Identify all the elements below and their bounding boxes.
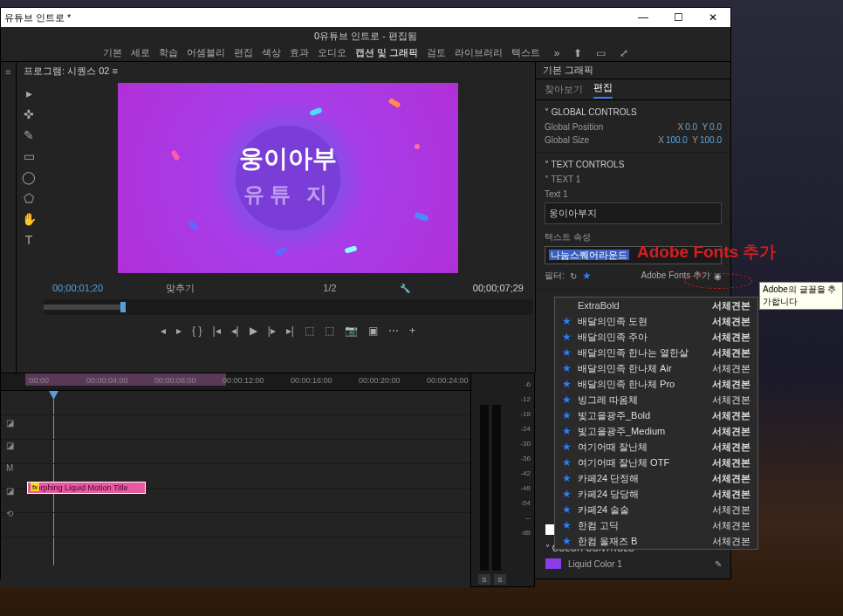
ws-effects[interactable]: 효과 — [290, 46, 309, 59]
favorite-star-icon[interactable]: ★ — [562, 456, 574, 469]
favorite-star-icon[interactable]: ★ — [562, 519, 574, 531]
go-in-icon[interactable]: |◂ — [212, 325, 220, 337]
track-lock-icon[interactable]: ◪ — [6, 441, 20, 451]
track-toggle-icon[interactable]: ◪ — [6, 418, 20, 428]
hand-tool-icon[interactable]: ✋ — [22, 212, 36, 226]
maximize-button[interactable]: ☐ — [661, 8, 696, 27]
selection-tool-icon[interactable]: ▸ — [22, 86, 36, 100]
font-list-item[interactable]: ★카페24 단정해서체견본 — [555, 470, 757, 486]
solo-icon[interactable]: ◪ — [6, 486, 20, 496]
timeline-clip[interactable]: Morphing Liquid Motion Title — [27, 482, 146, 494]
size-x[interactable]: 100.0 — [666, 135, 688, 145]
text1-input[interactable]: 웅이아부지 — [545, 202, 722, 224]
link-icon[interactable]: ⟲ — [6, 509, 20, 519]
font-list-item[interactable]: ★한컴 고딕서체견본 — [555, 517, 757, 533]
compare-icon[interactable]: ▣ — [368, 325, 378, 337]
scrub-bar[interactable] — [44, 299, 532, 315]
favorite-star-icon[interactable]: ★ — [562, 488, 574, 500]
favorite-star-icon[interactable]: ★ — [562, 362, 574, 374]
favorite-star-icon[interactable]: ★ — [562, 441, 574, 453]
export-frame-icon[interactable]: 📷 — [345, 325, 358, 337]
step-back-icon[interactable]: ◂| — [231, 325, 239, 337]
font-list-item[interactable]: ★카페24 당당해서체견본 — [555, 486, 757, 502]
ws-captions[interactable]: 캡션 및 그래픽 — [355, 46, 418, 59]
ws-audio[interactable]: 오디오 — [318, 46, 346, 59]
favorite-star-icon[interactable]: ★ — [562, 535, 574, 547]
minimize-button[interactable]: — — [626, 8, 661, 27]
font-list-item[interactable]: ★빛고을광주_Bold서체견본 — [555, 407, 757, 423]
resolution-dropdown[interactable]: 1/2 — [323, 283, 336, 293]
ws-text[interactable]: 텍스트 — [511, 46, 540, 59]
ws-vertical[interactable]: 세로 — [131, 46, 150, 59]
marker-icon[interactable]: { } — [192, 325, 202, 337]
pos-y[interactable]: 0.0 — [709, 122, 722, 132]
overflow-icon[interactable]: » — [554, 47, 560, 59]
font-dropdown-list[interactable]: ★ExtraBold서체견본★배달의민족 도현서체견본★배달의민족 주아서체견본… — [554, 297, 758, 550]
favorite-star-icon[interactable]: ★ — [562, 315, 574, 327]
favorite-star-icon[interactable]: ★ — [562, 346, 574, 359]
ws-assembly[interactable]: 어셈블리 — [187, 46, 225, 59]
timecode-out[interactable]: 00;00;07;29 — [473, 283, 524, 293]
step-fwd-icon[interactable]: |▸ — [268, 325, 276, 337]
solo-right-button[interactable]: S — [494, 574, 506, 585]
quickexport-icon[interactable]: ▭ — [596, 47, 606, 59]
go-out-icon[interactable]: ▸| — [286, 325, 294, 337]
close-button[interactable]: ✕ — [696, 8, 730, 27]
direct-select-icon[interactable]: ✜ — [22, 107, 36, 121]
font-list-item[interactable]: ★배달의민족 도현서체견본 — [555, 313, 757, 329]
font-list-item[interactable]: ★배달의민족 한나체 Pro서체견본 — [555, 376, 757, 392]
tab-edit[interactable]: 편집 — [593, 81, 613, 99]
font-list-item[interactable]: ★여기어때 잘난체 OTF서체견본 — [555, 455, 757, 470]
font-list-item[interactable]: ★여기어때 잘난체서체견본 — [555, 439, 757, 455]
timeline-ruler[interactable]: :00:00 00:00:04:00 00:00:08:00 00:00:12:… — [1, 373, 534, 391]
pos-x[interactable]: 0.0 — [685, 122, 697, 132]
favorite-star-icon[interactable]: ★ — [562, 409, 574, 421]
lift-icon[interactable]: ⬚ — [305, 325, 314, 337]
extract-icon[interactable]: ⬚ — [325, 325, 334, 337]
settings-icon[interactable]: ⋯ — [388, 325, 399, 337]
program-monitor[interactable]: 웅이아부 유튜 지 — [118, 83, 458, 273]
favorite-star-icon[interactable]: ★ — [562, 503, 574, 516]
size-y[interactable]: 100.0 — [700, 135, 722, 145]
share-icon[interactable]: ⬆ — [573, 47, 582, 59]
tab-browse[interactable]: 찾아보기 — [545, 83, 583, 96]
solo-left-button[interactable]: S — [478, 574, 490, 585]
font-list-item[interactable]: ★배달의민족 주아서체견본 — [555, 329, 757, 345]
favorite-star-icon[interactable]: ★ — [562, 378, 574, 390]
mark-in-icon[interactable]: ◂ — [161, 325, 166, 337]
filter-favorite-icon[interactable]: ★ — [582, 270, 592, 282]
rectangle-tool-icon[interactable]: ▭ — [22, 149, 36, 163]
favorite-star-icon[interactable]: ★ — [562, 394, 574, 406]
play-icon[interactable]: ▶ — [250, 325, 257, 337]
font-list-item[interactable]: ★한컴 울재즈 B서체견본 — [555, 533, 757, 549]
ws-library[interactable]: 라이브러리 — [455, 46, 503, 59]
ellipse-tool-icon[interactable]: ◯ — [22, 170, 36, 184]
edit-color-icon[interactable]: ✎ — [715, 559, 722, 569]
type-tool-icon[interactable]: T — [22, 233, 36, 247]
ws-learn[interactable]: 학습 — [159, 46, 178, 59]
favorite-star-icon[interactable]: ★ — [562, 331, 574, 343]
font-list-item[interactable]: ★카페24 술술서체견본 — [555, 502, 757, 517]
favorite-star-icon[interactable]: ★ — [562, 472, 574, 484]
ws-edit[interactable]: 편집 — [234, 46, 253, 59]
wrench-icon[interactable]: 🔧 — [400, 284, 410, 293]
font-list-item[interactable]: ★빙그레 따옴체서체견본 — [555, 392, 757, 407]
mark-out-icon[interactable]: ▸ — [176, 325, 182, 337]
mute-icon[interactable]: M — [6, 463, 20, 474]
polygon-tool-icon[interactable]: ⬠ — [22, 191, 36, 205]
timecode-in[interactable]: 00;00;01;20 — [52, 283, 103, 293]
add-icon[interactable]: + — [409, 325, 415, 337]
liquid1-color-swatch[interactable] — [545, 558, 561, 569]
ws-color[interactable]: 색상 — [262, 46, 281, 59]
filter-refresh-icon[interactable]: ↻ — [570, 271, 577, 281]
pen-tool-icon[interactable]: ✎ — [22, 128, 36, 142]
font-list-item[interactable]: ★ExtraBold서체견본 — [555, 298, 757, 313]
ws-review[interactable]: 검토 — [427, 46, 446, 59]
ws-basic[interactable]: 기본 — [103, 46, 122, 59]
font-list-item[interactable]: ★배달의민족 한나체 Air서체견본 — [555, 360, 757, 376]
clip-fx-icon[interactable]: fx — [31, 483, 39, 491]
favorite-star-icon[interactable]: ★ — [562, 425, 574, 437]
fit-dropdown[interactable]: 맞추기 — [166, 282, 195, 295]
fullscreen-icon[interactable]: ⤢ — [620, 47, 628, 59]
font-list-item[interactable]: ★빛고을광주_Medium서체견본 — [555, 423, 757, 439]
